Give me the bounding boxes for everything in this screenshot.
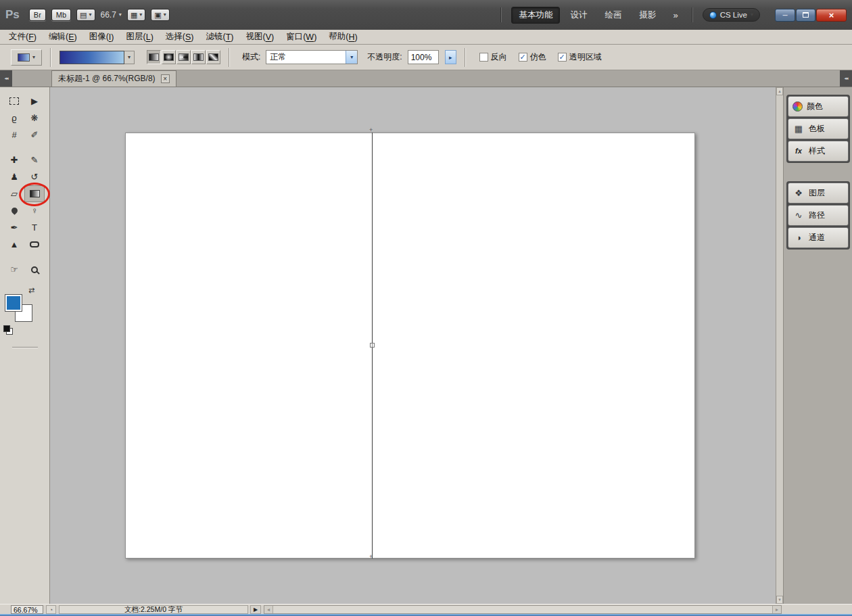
scroll-left-icon[interactable]: ◂ xyxy=(264,606,273,613)
rectangular-marquee-tool[interactable] xyxy=(4,93,24,110)
blend-mode-select[interactable]: 正常 ▾ xyxy=(266,50,358,64)
eyedropper-tool[interactable]: ✐ xyxy=(24,126,45,143)
workspace-overflow-button[interactable]: » xyxy=(669,10,682,20)
guide-bottom-handle[interactable]: + xyxy=(369,554,373,560)
arrange-documents-button[interactable]: ▦ ▾ xyxy=(127,9,145,21)
checkbox-box-reverse[interactable] xyxy=(479,53,488,62)
foreground-color-swatch[interactable] xyxy=(5,294,22,312)
clone-stamp-tool[interactable]: ♟ xyxy=(4,168,24,185)
tool-preset-picker[interactable]: ▾ xyxy=(11,49,42,66)
checkbox-label-dither: 仿色 xyxy=(530,51,546,63)
checkbox-dither[interactable]: ✓仿色 xyxy=(519,51,546,63)
opacity-slider-button[interactable]: ▸ xyxy=(445,50,456,64)
panel-button-styles[interactable]: fx样式 xyxy=(788,141,849,162)
blur-tool[interactable] xyxy=(4,202,24,219)
document-canvas[interactable] xyxy=(125,133,695,559)
zoom-level-button[interactable]: 66.7 ▾ xyxy=(101,9,122,21)
workspace-button-essentials[interactable]: 基本功能 xyxy=(511,7,560,24)
gradient-picker-dropdown[interactable]: ▾ xyxy=(124,51,135,64)
default-colors-icon[interactable] xyxy=(3,325,13,335)
spot-healing-brush-tool[interactable]: ✚ xyxy=(4,151,24,168)
reflected-gradient-button[interactable] xyxy=(191,50,206,64)
opacity-input[interactable]: 100% xyxy=(408,50,439,64)
scroll-down-icon[interactable]: ▾ xyxy=(776,596,783,604)
panel-group-2: ❖图层∿路径◑通道 xyxy=(786,181,850,250)
menu-file[interactable]: 文件(F) xyxy=(3,30,43,44)
menu-layer[interactable]: 图层(L) xyxy=(120,30,160,44)
screen-mode-button[interactable]: ▣ ▾ xyxy=(151,9,169,21)
tools-panel-divider xyxy=(12,347,38,348)
crop-tool[interactable]: # xyxy=(4,126,24,143)
path-selection-tool[interactable]: ▲ xyxy=(4,236,24,253)
angle-gradient-button[interactable] xyxy=(176,50,191,64)
restore-icon xyxy=(803,12,809,18)
mode-label: 模式: xyxy=(242,51,260,63)
cs-live-button[interactable]: CS Live ▾ xyxy=(703,8,760,22)
scroll-up-icon[interactable]: ▴ xyxy=(776,87,783,95)
titlebar-divider xyxy=(500,7,502,22)
menubar: 文件(F)编辑(E)图像(I)图层(L)选择(S)滤镜(T)视图(V)窗口(W)… xyxy=(0,30,852,45)
checkbox-box-transparency[interactable]: ✓ xyxy=(558,53,567,62)
lasso-tool[interactable]: ϱ xyxy=(4,110,24,126)
scroll-right-icon[interactable]: ▸ xyxy=(772,606,781,613)
menu-select[interactable]: 选择(S) xyxy=(160,30,200,44)
arrange-documents-icon: ▦ xyxy=(131,11,137,19)
minimize-icon: ─ xyxy=(782,11,787,19)
clone-stamp-icon: ♟ xyxy=(10,172,18,181)
guide-top-handle[interactable]: + xyxy=(369,127,373,133)
checkbox-box-dither[interactable]: ✓ xyxy=(519,53,527,62)
workspace-button-painting[interactable]: 绘画 xyxy=(597,7,629,24)
close-button[interactable]: × xyxy=(816,9,847,22)
panel-button-swatches[interactable]: ▦色板 xyxy=(788,118,849,139)
linear-gradient-button[interactable] xyxy=(147,50,161,64)
swap-colors-icon[interactable]: ⇄ xyxy=(28,286,34,295)
zoom-tool[interactable] xyxy=(24,261,45,278)
document-tab[interactable]: 未标题-1 @ 66.7%(RGB/8) × xyxy=(51,70,176,87)
panel-button-channels[interactable]: ◑通道 xyxy=(788,227,849,248)
menu-filter[interactable]: 滤镜(T) xyxy=(199,30,239,44)
hand-icon: ☞ xyxy=(10,265,18,274)
eraser-icon: ▱ xyxy=(11,189,18,198)
guide-middle-handle[interactable] xyxy=(370,343,375,348)
chevron-down-icon: ▾ xyxy=(346,51,357,64)
checkbox-reverse[interactable]: 反向 xyxy=(479,51,507,63)
gradient-option-checkboxes: 反向✓仿色✓透明区域 xyxy=(479,51,602,63)
quick-selection-tool[interactable]: ❋ xyxy=(24,110,45,126)
panel-label-paths: 路径 xyxy=(809,210,825,221)
workspace-button-design[interactable]: 设计 xyxy=(563,7,594,24)
menu-edit[interactable]: 编辑(E) xyxy=(43,30,83,44)
panel-button-layers[interactable]: ❖图层 xyxy=(788,183,849,204)
menu-image[interactable]: 图像(I) xyxy=(83,30,120,44)
panel-button-color[interactable]: 颜色 xyxy=(788,96,849,117)
vertical-scrollbar[interactable]: ▴ ▾ xyxy=(776,87,783,604)
gradient-preview-swatch[interactable] xyxy=(60,51,124,64)
canvas-area[interactable]: + + ▴ ▾ xyxy=(50,87,783,604)
move-tool[interactable]: ▶ xyxy=(24,93,45,110)
launch-bridge-button[interactable]: Br xyxy=(29,9,46,21)
launch-mini-bridge-button[interactable]: Mb xyxy=(51,9,71,21)
hand-tool[interactable]: ☞ xyxy=(4,261,24,278)
diamond-gradient-button[interactable] xyxy=(206,50,220,64)
status-zoom-field[interactable]: 66.67% xyxy=(11,605,43,614)
status-flyout-button[interactable]: ▶ xyxy=(250,605,261,614)
type-tool[interactable]: T xyxy=(24,219,45,236)
menu-help[interactable]: 帮助(H) xyxy=(323,30,363,44)
tools-panel-collapse-button[interactable]: ◂◂ xyxy=(0,70,12,87)
checkbox-transparency[interactable]: ✓透明区域 xyxy=(558,51,602,63)
status-document-info: 文档:2.25M/0 字节 xyxy=(59,605,248,614)
dock-collapse-button[interactable]: ◂◂ xyxy=(840,70,852,87)
minimize-button[interactable]: ─ xyxy=(775,9,795,22)
view-extras-button[interactable]: ▤ ▾ xyxy=(76,9,95,21)
zoom-level-value: 66.7 xyxy=(101,10,116,20)
menu-window[interactable]: 窗口(W) xyxy=(280,30,323,44)
horizontal-scrollbar[interactable]: ◂ ▸ xyxy=(264,605,782,614)
brush-tool[interactable]: ✎ xyxy=(24,151,45,168)
pen-tool[interactable]: ✒ xyxy=(4,219,24,236)
menu-view[interactable]: 视图(V) xyxy=(239,30,280,44)
restore-button[interactable] xyxy=(796,9,815,22)
radial-gradient-button[interactable] xyxy=(162,50,176,64)
workspace-button-photography[interactable]: 摄影 xyxy=(632,7,663,24)
panel-button-paths[interactable]: ∿路径 xyxy=(788,205,849,226)
shape-tool[interactable] xyxy=(24,236,45,253)
tab-close-icon[interactable]: × xyxy=(161,74,170,83)
